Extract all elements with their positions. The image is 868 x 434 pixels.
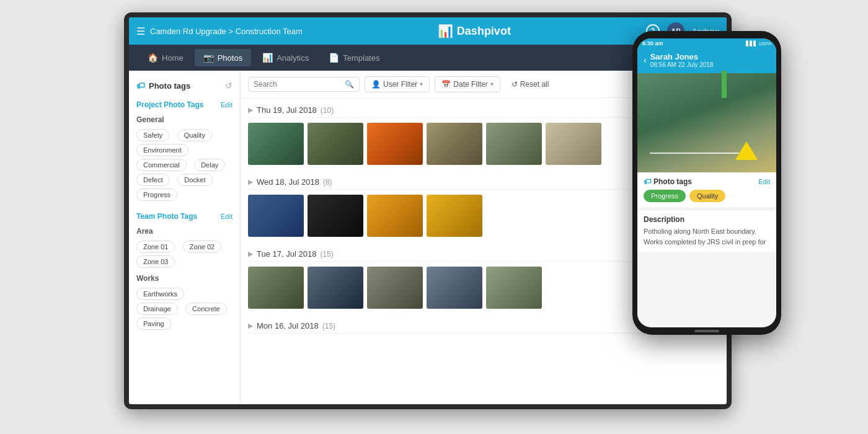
sidebar: 🏷 Photo tags ↺ Project Photo Tags Edit G… xyxy=(129,71,241,404)
hamburger-icon[interactable]: ☰ xyxy=(136,25,145,37)
photo-thumb[interactable] xyxy=(367,123,423,165)
search-input[interactable] xyxy=(254,80,341,89)
project-tags-label: Project Photo Tags xyxy=(136,100,203,109)
user-icon: 👤 xyxy=(371,80,381,89)
tag-quality[interactable]: Quality xyxy=(177,129,212,141)
photo-thumb[interactable] xyxy=(486,267,542,309)
chevron-down-icon: ▾ xyxy=(420,81,423,87)
photo-thumb[interactable] xyxy=(367,267,423,309)
expand-icon-4[interactable]: ▶ xyxy=(248,322,253,330)
photo-triangle xyxy=(735,141,758,160)
photo-thumb[interactable] xyxy=(308,195,363,237)
date-count-2: (8) xyxy=(323,178,332,187)
refresh-icon[interactable]: ↺ xyxy=(225,81,232,91)
expand-icon-2[interactable]: ▶ xyxy=(248,178,253,186)
calendar-icon: 📅 xyxy=(441,80,451,89)
phone-status-bar: 6:30 am ▋▋▋ 100% xyxy=(637,38,776,48)
expand-icon-3[interactable]: ▶ xyxy=(248,250,253,258)
tag-pill-quality[interactable]: Quality xyxy=(689,190,725,202)
phone-home-button[interactable] xyxy=(694,330,719,332)
date-count-3: (15) xyxy=(320,250,333,259)
nav-item-analytics[interactable]: 📊 Analytics xyxy=(254,49,317,66)
phone-datetime: 08:56 AM 22 July 2018 xyxy=(650,61,770,68)
photo-thumb[interactable] xyxy=(427,195,482,237)
phone-user-info: Sarah Jones 08:56 AM 22 July 2018 xyxy=(650,52,770,68)
sidebar-title: Photo tags xyxy=(149,81,190,91)
general-group-title: General xyxy=(129,112,240,126)
tag-defect[interactable]: Defect xyxy=(136,174,170,186)
photo-thumb[interactable] xyxy=(308,267,363,309)
phone-tags-section: 🏷 Photo tags Edit Progress Quality xyxy=(637,172,776,207)
nav-item-templates-label: Templates xyxy=(343,53,379,63)
tag-concrete[interactable]: Concrete xyxy=(185,303,227,315)
tag-safety[interactable]: Safety xyxy=(136,129,169,141)
bar-chart-icon: 📊 xyxy=(438,24,453,38)
phone-status-icons: ▋▋▋ 100% xyxy=(746,41,771,46)
tag-environment[interactable]: Environment xyxy=(136,144,188,156)
phone-photo[interactable] xyxy=(637,73,776,172)
photo-thumb[interactable] xyxy=(248,267,304,309)
breadcrumb: Camden Rd Upgrade > Construction Team xyxy=(150,27,303,36)
area-group-title: Area xyxy=(129,223,240,238)
photo-thumb[interactable] xyxy=(486,123,542,165)
app-logo: 📊 Dashpivot xyxy=(438,24,511,38)
photo-thumb[interactable] xyxy=(248,195,304,237)
back-icon[interactable]: ‹ xyxy=(644,55,647,65)
tag-paving[interactable]: Paving xyxy=(136,317,171,330)
photos-icon: 📷 xyxy=(203,53,214,63)
phone-tag-icon: 🏷 xyxy=(644,177,651,186)
tag-delay[interactable]: Delay xyxy=(194,159,225,171)
tag-earthworks[interactable]: Earthworks xyxy=(136,288,184,300)
photo-thumb[interactable] xyxy=(427,267,482,309)
date-text-2: Wed 18, Jul 2018 xyxy=(257,177,319,187)
search-box: 🔍 xyxy=(248,77,360,92)
search-icon: 🔍 xyxy=(345,80,354,89)
nav-item-photos[interactable]: 📷 Photos xyxy=(195,49,251,66)
general-tags: Safety Quality Environment Commercial De… xyxy=(129,126,240,203)
reset-label: Reset all xyxy=(520,80,549,89)
reset-icon: ↺ xyxy=(512,80,518,89)
phone-tags-edit[interactable]: Edit xyxy=(758,178,770,185)
templates-icon: 📄 xyxy=(329,53,339,63)
tag-zone03[interactable]: Zone 03 xyxy=(136,255,175,268)
tag-progress[interactable]: Progress xyxy=(136,188,177,201)
tag-zone02[interactable]: Zone 02 xyxy=(183,241,221,253)
user-filter-label: User Filter xyxy=(383,80,417,89)
tag-drainage[interactable]: Drainage xyxy=(136,303,178,315)
date-text-1: Thu 19, Jul 2018 xyxy=(257,105,317,115)
team-tags-label: Team Photo Tags xyxy=(136,212,197,221)
photo-thumb[interactable] xyxy=(308,123,363,165)
photo-thumb[interactable] xyxy=(367,195,423,237)
app-name: Dashpivot xyxy=(457,25,511,38)
tag-zone01[interactable]: Zone 01 xyxy=(136,241,175,253)
tag-pill-progress[interactable]: Progress xyxy=(644,190,686,202)
date-filter-button[interactable]: 📅 Date Filter ▾ xyxy=(435,76,500,92)
nav-item-home[interactable]: 🏠 Home xyxy=(139,49,192,66)
photo-tags-title: 🏷 Photo tags xyxy=(136,81,190,91)
date-filter-label: Date Filter xyxy=(453,80,487,89)
phone-device: 6:30 am ▋▋▋ 100% ‹ Sarah Jones 08:56 AM … xyxy=(632,31,781,335)
phone-tags-title: 🏷 Photo tags xyxy=(644,177,692,186)
photo-thumb[interactable] xyxy=(427,123,482,165)
phone-tags-header: 🏷 Photo tags Edit xyxy=(644,177,770,186)
project-tags-edit[interactable]: Edit xyxy=(221,101,232,108)
wifi-icon: ▋▋▋ xyxy=(746,41,757,46)
sidebar-header: 🏷 Photo tags ↺ xyxy=(129,77,240,95)
phone-mockup: 6:30 am ▋▋▋ 100% ‹ Sarah Jones 08:56 AM … xyxy=(632,31,781,341)
team-tags-edit[interactable]: Edit xyxy=(221,213,232,220)
expand-icon-1[interactable]: ▶ xyxy=(248,106,253,114)
photo-line xyxy=(650,153,739,154)
reset-button[interactable]: ↺ Reset all xyxy=(505,77,556,92)
user-filter-button[interactable]: 👤 User Filter ▾ xyxy=(365,76,430,92)
tag-commercial[interactable]: Commercial xyxy=(136,159,187,171)
green-accent-bar xyxy=(722,71,727,98)
works-group-title: Works xyxy=(129,270,240,285)
phone-screen: 6:30 am ▋▋▋ 100% ‹ Sarah Jones 08:56 AM … xyxy=(637,38,776,327)
battery-icon: 100% xyxy=(759,41,771,46)
date-text-3: Tue 17, Jul 2018 xyxy=(257,249,316,259)
phone-user-name: Sarah Jones xyxy=(650,52,770,61)
nav-item-templates[interactable]: 📄 Templates xyxy=(320,49,388,66)
photo-thumb[interactable] xyxy=(546,123,601,165)
tag-docket[interactable]: Docket xyxy=(177,174,212,186)
photo-thumb[interactable] xyxy=(248,123,304,165)
